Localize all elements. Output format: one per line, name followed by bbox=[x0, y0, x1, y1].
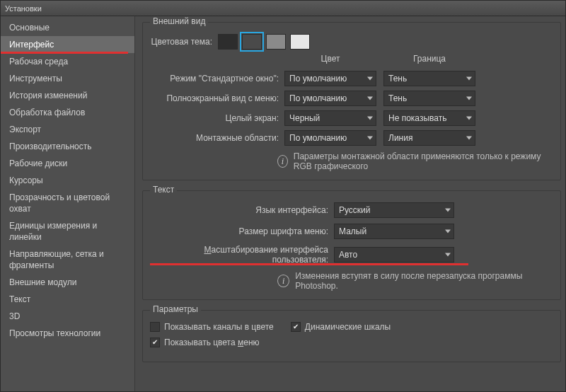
checkbox-box-icon bbox=[150, 322, 160, 332]
sidebar-item-5[interactable]: Обработка файлов bbox=[1, 104, 134, 121]
sidebar-item-15[interactable]: 3D bbox=[1, 308, 134, 325]
row-artboard-border-select[interactable]: Линия bbox=[383, 130, 475, 146]
preferences-window: Установки ОсновныеИнтерфейсРабочая среда… bbox=[0, 0, 566, 392]
checkbox-box-icon bbox=[150, 338, 160, 347]
chevron-down-icon bbox=[466, 117, 472, 120]
sidebar-item-14[interactable]: Текст bbox=[1, 291, 134, 308]
appearance-info-text: Параметры монтажной области применяются … bbox=[294, 151, 553, 171]
checkbox-label: Показывать каналы в цвете bbox=[164, 322, 274, 332]
sidebar-item-0[interactable]: Основные bbox=[1, 19, 134, 36]
color-theme-label: Цветовая тема: bbox=[150, 37, 218, 47]
checkbox-label: Динамические шкалы bbox=[305, 322, 391, 332]
sidebar-item-3[interactable]: Инструменты bbox=[1, 70, 134, 87]
content-panel: Внешний вид Цветовая тема: Цвет Граница bbox=[135, 16, 565, 391]
column-header-border: Граница bbox=[383, 54, 475, 67]
chevron-down-icon bbox=[367, 77, 373, 81]
row-standard-label: Режим "Стандартное окно": bbox=[150, 74, 284, 83]
fontsize-select[interactable]: Малый bbox=[334, 224, 454, 239]
row-fullscreen-label: Полноэкранный вид с меню: bbox=[150, 93, 284, 103]
info-icon: i bbox=[277, 155, 288, 168]
sidebar-item-6[interactable]: Экспорт bbox=[1, 121, 134, 138]
chevron-down-icon bbox=[367, 137, 373, 140]
sidebar-item-7[interactable]: Производительность bbox=[1, 138, 134, 155]
checkbox-show-channels-color[interactable]: Показывать каналы в цвете bbox=[150, 322, 274, 332]
group-options: Параметры Показывать каналы в цвете Дина… bbox=[142, 310, 561, 362]
lang-select[interactable]: Русский bbox=[334, 202, 454, 218]
row-artboard-color-select[interactable]: По умолчанию bbox=[284, 130, 376, 146]
sidebar-item-9[interactable]: Курсоры bbox=[1, 172, 134, 189]
sidebar-item-13[interactable]: Внешние модули bbox=[1, 274, 134, 291]
column-header-color: Цвет bbox=[284, 54, 376, 67]
row-standard-color-select[interactable]: По умолчанию bbox=[284, 71, 376, 86]
theme-swatch-dark[interactable] bbox=[242, 34, 262, 50]
chevron-down-icon bbox=[367, 117, 373, 120]
scale-select[interactable]: Авто bbox=[334, 247, 454, 263]
chevron-down-icon bbox=[445, 253, 451, 257]
row-fullscreen-color-select[interactable]: По умолчанию bbox=[284, 91, 376, 106]
sidebar-item-12[interactable]: Направляющие, сетка и фрагменты bbox=[1, 246, 134, 274]
sidebar-item-10[interactable]: Прозрачность и цветовой охват bbox=[1, 189, 134, 217]
chevron-down-icon bbox=[367, 97, 373, 100]
sidebar-item-16[interactable]: Просмотры технологии bbox=[1, 325, 134, 342]
group-text: Текст Язык интерфейса: Русский Размер шр… bbox=[142, 190, 561, 300]
chevron-down-icon bbox=[466, 97, 472, 100]
row-full-color-select[interactable]: Черный bbox=[284, 110, 376, 126]
group-options-title: Параметры bbox=[150, 304, 201, 314]
info-icon: i bbox=[277, 275, 289, 287]
sidebar: ОсновныеИнтерфейсРабочая средаИнструмент… bbox=[1, 16, 135, 391]
lang-label: Язык интерфейса: bbox=[150, 205, 334, 215]
chevron-down-icon bbox=[445, 230, 451, 234]
text-info-text: Изменения вступят в силу после перезапус… bbox=[295, 271, 553, 291]
row-full-border-select[interactable]: Не показывать bbox=[383, 110, 475, 126]
sidebar-item-1[interactable]: Интерфейс bbox=[1, 36, 134, 53]
sidebar-item-2[interactable]: Рабочая среда bbox=[1, 53, 134, 70]
theme-swatch-mid[interactable] bbox=[266, 34, 286, 50]
row-fullscreen-border-select[interactable]: Тень bbox=[383, 91, 475, 106]
sidebar-item-11[interactable]: Единицы измерения и линейки bbox=[1, 217, 134, 246]
theme-swatch-darkest[interactable] bbox=[218, 34, 238, 50]
scale-label: Масштабирование интерфейса пользователя: bbox=[150, 245, 334, 265]
color-theme-swatches bbox=[218, 34, 310, 50]
checkbox-box-icon bbox=[291, 322, 301, 332]
row-artboard-label: Монтажные области: bbox=[150, 133, 284, 143]
window-title: Установки bbox=[5, 4, 42, 13]
row-standard-border-select[interactable]: Тень bbox=[383, 71, 475, 86]
fontsize-label: Размер шрифта меню: bbox=[150, 226, 334, 236]
checkbox-show-menu-colors[interactable]: Показывать цвета меню bbox=[150, 338, 260, 347]
chevron-down-icon bbox=[466, 137, 472, 140]
checkbox-dynamic-scales[interactable]: Динамические шкалы bbox=[291, 322, 391, 332]
chevron-down-icon bbox=[466, 77, 472, 81]
row-full-label: Целый экран: bbox=[150, 113, 284, 123]
checkbox-label: Показывать цвета меню bbox=[164, 338, 260, 347]
group-appearance: Внешний вид Цветовая тема: Цвет Граница bbox=[142, 22, 561, 180]
titlebar: Установки bbox=[1, 1, 565, 16]
theme-swatch-light[interactable] bbox=[290, 34, 310, 50]
chevron-down-icon bbox=[445, 209, 451, 212]
sidebar-item-8[interactable]: Рабочие диски bbox=[1, 155, 134, 172]
group-appearance-title: Внешний вид bbox=[150, 16, 208, 26]
group-text-title: Текст bbox=[150, 185, 177, 195]
sidebar-active-underline bbox=[1, 52, 128, 54]
sidebar-item-4[interactable]: История изменений bbox=[1, 87, 134, 104]
